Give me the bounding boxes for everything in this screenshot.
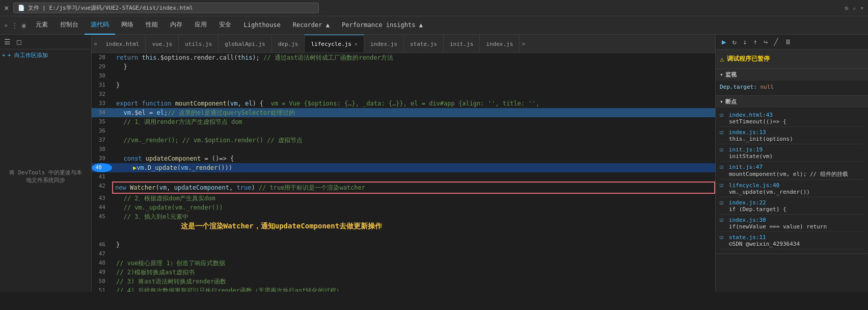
- code-line: 32: [92, 90, 715, 99]
- breakpoint-checkbox[interactable]: ☑: [720, 216, 723, 223]
- code-line: 43 // 2、根据虚拟dom产生真实dom: [92, 194, 715, 203]
- devtools-tab-bar: » ⋮ ▣ 元素 控制台 源代码 网络 性能 内存 应用 安全 Lighthou…: [0, 16, 868, 35]
- breakpoint-item[interactable]: ☑ index.js:30 if(newValue === value) ret…: [720, 215, 864, 232]
- tab-recorder[interactable]: Recorder ▲: [287, 16, 336, 35]
- code-line: 28 return this.$options.render.call(this…: [92, 53, 715, 62]
- watch-key: Dep.target:: [720, 84, 760, 90]
- file-tab-indexjs3[interactable]: index.js: [480, 35, 520, 53]
- breakpoint-item[interactable]: ☑ index.js:22 if (Dep.target) {: [720, 197, 864, 215]
- code-line-breakpoint: 40 ▶vm.D_update(vm._render())): [92, 163, 715, 172]
- code-line: 51 // 4) 后续每次数据更新可以只执行render函数（无需再次执行ast…: [92, 286, 715, 292]
- breakpoint-item[interactable]: ☑ lifecycle.js:40 vm._update(vm._render(…: [720, 180, 864, 197]
- url-bar: 📄 文件 | E:/js学习/vue源码/VUE2-STAGE/dist/ind…: [13, 3, 319, 13]
- add-to-workspace-button[interactable]: + + 向工作区添加: [0, 49, 91, 61]
- step-over-button[interactable]: ↻: [730, 37, 738, 47]
- share-icon[interactable]: ⎋: [845, 5, 848, 12]
- tab-security[interactable]: 安全: [213, 16, 237, 35]
- browser-top-bar: × 📄 文件 | E:/js学习/vue源码/VUE2-STAGE/dist/i…: [0, 0, 868, 16]
- tab-performance-insights[interactable]: Performance insights ▲: [336, 16, 429, 35]
- browser-actions: ⎋ ☆ ▿: [845, 5, 864, 12]
- watch-section: ▾ 监视 Dep.target: null: [716, 69, 868, 96]
- code-line-redbox: 42 new Watcher(vm, updateComponent, true…: [92, 182, 715, 194]
- code-line: 33 export function mountComponent(vm, el…: [92, 99, 715, 108]
- tab-performance[interactable]: 性能: [140, 16, 164, 35]
- step-into-button[interactable]: ↓: [741, 37, 749, 47]
- plus-icon: +: [2, 52, 6, 59]
- file-tab-utilsjs[interactable]: utils.js: [179, 35, 219, 53]
- step-button[interactable]: ↪: [762, 37, 770, 47]
- tab-memory[interactable]: 内存: [164, 16, 188, 35]
- file-tab-globalapijs[interactable]: globalApi.js: [219, 35, 272, 53]
- code-line: 35 // 1、调用render方法产生虚拟节点 dom: [92, 117, 715, 126]
- debug-toolbar: ▶ ↻ ↓ ↑ ↪ ╱ ⏸: [716, 35, 868, 49]
- tab-scroll-left[interactable]: »: [2, 22, 10, 29]
- breakpoint-checkbox[interactable]: ☑: [720, 163, 723, 170]
- code-line: 44 // vm._update(vm._render()): [92, 203, 715, 212]
- tab-lighthouse[interactable]: Lighthouse: [237, 16, 286, 35]
- code-line: 48 // vue核心原理 1）创造了响应式数据: [92, 259, 715, 268]
- code-line: 31 }: [92, 81, 715, 90]
- debug-status-bar: ⚠ 调试程序已暂停: [716, 49, 868, 68]
- debug-status-text: 调试程序已暂停: [727, 55, 770, 63]
- watch-section-content: Dep.target: null: [716, 81, 868, 95]
- file-tab-statejs[interactable]: state.js: [404, 35, 444, 53]
- close-button[interactable]: ×: [4, 3, 9, 13]
- breakpoint-checkbox[interactable]: ☑: [720, 234, 723, 241]
- code-line: 29 }: [92, 62, 715, 71]
- breakpoint-checkbox[interactable]: ☑: [720, 128, 723, 136]
- breakpoint-item[interactable]: ☑ index.js:13 this._init(options): [720, 127, 864, 144]
- tab-more[interactable]: ⋮: [10, 22, 20, 29]
- close-tab-icon[interactable]: ×: [355, 41, 358, 47]
- breakpoint-item[interactable]: ☑ init.js:47 mountComponent(vm, el); // …: [720, 162, 864, 180]
- code-editor[interactable]: 28 return this.$options.render.call(this…: [92, 53, 715, 292]
- breakpoints-section: ▾ 断点 ☑ index.html:43 setTimeout(()=> { ☑…: [716, 96, 868, 254]
- debug-status-section: ⚠ 调试程序已暂停: [716, 49, 868, 69]
- breakpoint-checkbox[interactable]: ☑: [720, 111, 723, 118]
- code-line: 39 const updateComponent = ()=> {: [92, 154, 715, 163]
- editor-area: « index.html vue.js utils.js globalApi.j…: [92, 35, 715, 292]
- code-line: 38: [92, 145, 715, 154]
- breakpoint-checkbox[interactable]: ☑: [720, 146, 723, 153]
- watch-value: null: [760, 84, 774, 90]
- code-line: 50 // 3) 将ast语法树转换成render函数: [92, 277, 715, 286]
- file-tab-indexjs2[interactable]: index.js: [364, 35, 404, 53]
- code-line: 46 }: [92, 240, 715, 249]
- tab-console[interactable]: 控制台: [54, 16, 85, 35]
- file-tab-initjs[interactable]: init.js: [444, 35, 480, 53]
- sidebar-toolbar: ☰ □: [0, 35, 91, 49]
- file-tab-indexhtml[interactable]: index.html: [99, 35, 146, 53]
- resume-button[interactable]: ▶: [720, 37, 728, 47]
- watch-item: Dep.target: null: [720, 83, 864, 91]
- file-icon: 📄: [18, 5, 25, 11]
- tab-network[interactable]: 网络: [115, 16, 140, 35]
- step-out-button[interactable]: ↑: [751, 37, 759, 47]
- file-tab-lifecyclejs[interactable]: lifecycle.js ×: [305, 35, 364, 53]
- tab-scroll-right[interactable]: »: [520, 40, 527, 47]
- sidebar-icon-2[interactable]: □: [15, 37, 23, 47]
- tab-sources[interactable]: 源代码: [85, 16, 115, 35]
- deactivate-breakpoints-button[interactable]: ╱: [772, 37, 780, 47]
- star-icon[interactable]: ☆: [853, 5, 856, 12]
- sidebar-toggle-icon[interactable]: ▣: [20, 22, 28, 29]
- breakpoints-section-header[interactable]: ▾ 断点: [716, 96, 868, 108]
- breakpoint-item[interactable]: ☑ index.html:43 setTimeout(()=> {: [720, 110, 864, 127]
- breakpoint-item[interactable]: ☑ init.js:19 initState(vm): [720, 144, 864, 162]
- tab-scroll-left[interactable]: «: [92, 40, 99, 47]
- code-line: 45 // 3、插入到el元素中 这是一个渲染Watcher，通知updateC…: [92, 212, 715, 240]
- file-tab-depjs[interactable]: dep.js: [272, 35, 305, 53]
- breakpoint-item[interactable]: ☑ state.js:11 ©SDN @weixin_42936434: [720, 232, 864, 249]
- sidebar-icon-1[interactable]: ☰: [2, 37, 13, 47]
- annotation-text: 这是一个渲染Watcher，通知updateComponent去做更新操作: [181, 222, 382, 230]
- chevron-down-icon: ▾: [720, 71, 723, 78]
- tab-elements[interactable]: 元素: [30, 16, 54, 35]
- menu-icon[interactable]: ▿: [860, 5, 864, 12]
- url-text: 文件 | E:/js学习/vue源码/VUE2-STAGE/dist/index…: [28, 4, 193, 12]
- breakpoints-list: ☑ index.html:43 setTimeout(()=> { ☑ inde…: [716, 108, 868, 253]
- pause-exceptions-button[interactable]: ⏸: [782, 37, 794, 47]
- tab-application[interactable]: 应用: [188, 16, 213, 35]
- watch-section-header[interactable]: ▾ 监视: [716, 69, 868, 81]
- breakpoint-checkbox[interactable]: ☑: [720, 199, 723, 206]
- breakpoint-checkbox[interactable]: ☑: [720, 182, 723, 189]
- code-line: 30: [92, 71, 715, 81]
- file-tab-vuejs[interactable]: vue.js: [146, 35, 179, 53]
